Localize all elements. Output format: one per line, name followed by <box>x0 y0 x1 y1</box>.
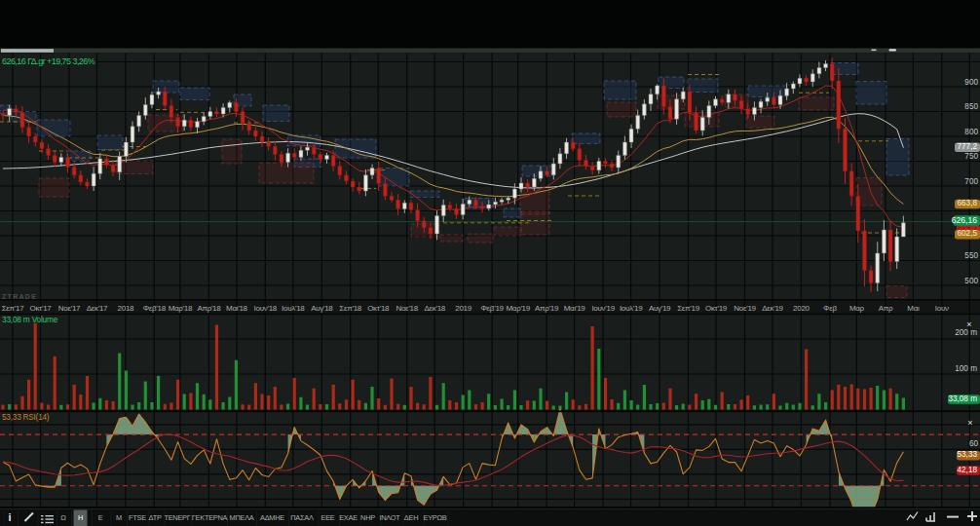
svg-text:Δεκ'17: Δεκ'17 <box>87 304 108 313</box>
svg-text:2020: 2020 <box>793 304 810 313</box>
svg-text:Σεπ'18: Σεπ'18 <box>339 304 362 313</box>
svg-text:42,18: 42,18 <box>958 466 978 474</box>
svg-text:Ω: Ω <box>60 513 66 522</box>
svg-text:Δεκ'18: Δεκ'18 <box>424 304 445 313</box>
svg-text:Οκτ'17: Οκτ'17 <box>29 304 52 313</box>
svg-text:Μαρ'19: Μαρ'19 <box>506 304 530 313</box>
svg-text:750: 750 <box>964 152 978 161</box>
svg-text:Ιουν'19: Ιουν'19 <box>591 304 615 313</box>
svg-text:Φεβ'19: Φεβ'19 <box>481 304 505 313</box>
svg-text:777,2: 777,2 <box>958 142 978 151</box>
svg-text:ZTRADE: ZTRADE <box>2 293 37 300</box>
svg-text:626,16 ΓΔ.gr +19,75 3,26%: 626,16 ΓΔ.gr +19,75 3,26% <box>2 56 95 66</box>
svg-text:×: × <box>967 418 972 428</box>
svg-text:200 m: 200 m <box>955 328 977 337</box>
svg-text:Ιουν'18: Ιουν'18 <box>254 304 278 313</box>
svg-text:Οκτ'19: Οκτ'19 <box>705 304 728 313</box>
svg-text:Σεπ'19: Σεπ'19 <box>677 304 700 313</box>
svg-text:2018: 2018 <box>118 304 134 313</box>
svg-text:Απρ'19: Απρ'19 <box>535 304 559 313</box>
svg-text:Φεβ: Φεβ <box>823 304 837 313</box>
svg-text:Μ: Μ <box>116 513 122 522</box>
svg-text:900: 900 <box>964 78 978 87</box>
svg-text:×: × <box>966 319 971 329</box>
svg-text:Νοε'18: Νοε'18 <box>396 304 418 313</box>
svg-text:FTSE: FTSE <box>129 513 146 522</box>
svg-text:33,08 m: 33,08 m <box>948 394 977 403</box>
svg-text:602,5: 602,5 <box>958 229 978 238</box>
svg-text:100 m: 100 m <box>955 364 977 373</box>
svg-text:33,08 m Volume: 33,08 m Volume <box>2 315 58 324</box>
svg-text:Απρ'18: Απρ'18 <box>197 304 221 313</box>
svg-text:53,33 RSI(14): 53,33 RSI(14) <box>2 413 50 422</box>
svg-text:Μαι'19: Μαι'19 <box>564 304 586 313</box>
svg-text:2019: 2019 <box>455 304 471 313</box>
svg-text:Αυγ'19: Αυγ'19 <box>649 304 671 313</box>
svg-text:Φεβ'18: Φεβ'18 <box>143 304 167 313</box>
svg-text:Δεκ'19: Δεκ'19 <box>762 304 783 313</box>
svg-text:Μαι: Μαι <box>907 304 920 313</box>
svg-text:Μαρ: Μαρ <box>849 304 865 313</box>
svg-text:550: 550 <box>964 251 978 260</box>
svg-text:Ε: Ε <box>98 513 103 522</box>
svg-text:500: 500 <box>964 277 978 285</box>
svg-text:Απρ: Απρ <box>879 304 893 313</box>
svg-text:ΔΤΡ: ΔΤΡ <box>148 513 162 522</box>
svg-text:Η: Η <box>78 513 83 522</box>
svg-text:ΙΝΛΟΤ: ΙΝΛΟΤ <box>379 513 400 522</box>
svg-text:ΓΕΚΤΕΡΝΑ: ΓΕΚΤΕΡΝΑ <box>192 513 228 522</box>
svg-text:663,8: 663,8 <box>958 199 978 207</box>
svg-text:Ιουν: Ιουν <box>935 304 949 313</box>
svg-text:Νοε'17: Νοε'17 <box>58 304 81 313</box>
svg-text:ΑΔΜΗΕ: ΑΔΜΗΕ <box>260 513 284 522</box>
svg-text:Μαι'18: Μαι'18 <box>226 304 248 313</box>
svg-text:53,33: 53,33 <box>958 450 978 459</box>
svg-text:700: 700 <box>964 177 978 186</box>
svg-text:60: 60 <box>969 439 979 448</box>
svg-text:Νοε'19: Νοε'19 <box>734 304 756 313</box>
svg-text:Μαρ'18: Μαρ'18 <box>169 304 193 313</box>
svg-text:ΕΧΑΕ: ΕΧΑΕ <box>339 513 358 522</box>
svg-text:800: 800 <box>964 128 978 136</box>
svg-text:ΝΗΡ: ΝΗΡ <box>360 513 375 522</box>
svg-text:ΕΕΕ: ΕΕΕ <box>320 513 334 522</box>
svg-text:ΠΑΣΑΛ: ΠΑΣΑΛ <box>290 513 314 522</box>
svg-text:Αυγ'18: Αυγ'18 <box>311 304 333 313</box>
svg-text:Οκτ'18: Οκτ'18 <box>367 304 390 313</box>
svg-text:Σεπ'17: Σεπ'17 <box>2 304 25 313</box>
svg-text:ΔΕΗ: ΔΕΗ <box>404 513 418 522</box>
svg-text:Ιουλ'19: Ιουλ'19 <box>620 304 643 313</box>
svg-text:ΕΥΡΩΒ: ΕΥΡΩΒ <box>424 513 447 522</box>
svg-text:Ιουλ'18: Ιουλ'18 <box>282 304 305 313</box>
svg-text:626,16: 626,16 <box>952 215 978 225</box>
svg-text:ΜΠΕΛΑ: ΜΠΕΛΑ <box>229 513 253 522</box>
svg-text:ΤΕΝΕΡΓ: ΤΕΝΕΡΓ <box>164 513 190 522</box>
svg-text:850: 850 <box>964 102 978 111</box>
svg-text:i: i <box>8 511 11 523</box>
